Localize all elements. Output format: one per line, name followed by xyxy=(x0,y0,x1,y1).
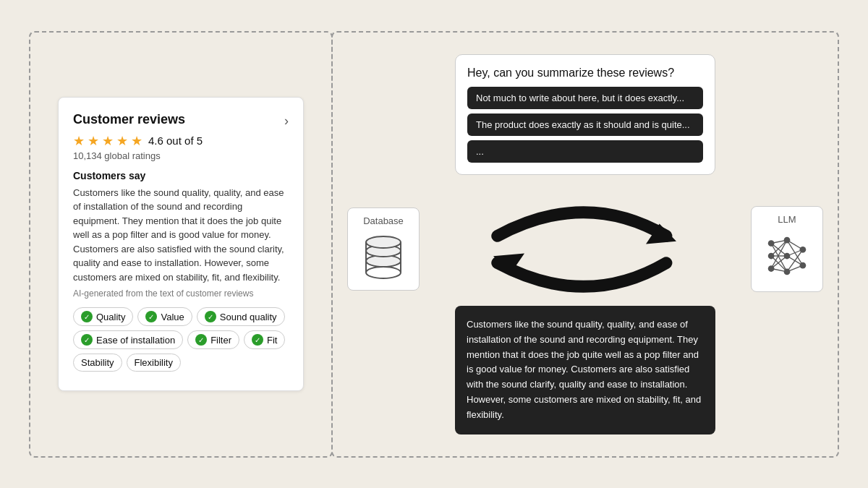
reviews-card-header: Customer reviews › xyxy=(73,112,289,129)
tag-flexibility-label: Flexibility xyxy=(135,357,173,368)
chat-question: Hey, can you summarize these reviews? xyxy=(467,67,703,80)
chevron-right-icon[interactable]: › xyxy=(284,114,289,129)
reviews-card: Customer reviews › ★ ★ ★ ★ ★ 4.6 out of … xyxy=(58,97,304,392)
check-icon: ✓ xyxy=(205,311,216,322)
reviews-title: Customer reviews xyxy=(73,112,185,127)
customers-say-text: Customers like the sound quality, qualit… xyxy=(73,186,289,285)
star-4: ★ xyxy=(116,133,128,149)
tag-flexibility[interactable]: Flexibility xyxy=(127,354,181,372)
svg-point-28 xyxy=(768,253,775,260)
database-title: Database xyxy=(358,215,409,226)
tag-sound-quality-label: Sound quality xyxy=(220,312,277,322)
check-icon: ✓ xyxy=(252,334,263,346)
tag-fit-label: Fit xyxy=(267,335,277,346)
check-icon: ✓ xyxy=(195,334,207,346)
database-icon xyxy=(358,232,409,283)
tag-stability[interactable]: Stability xyxy=(73,354,122,372)
star-half: ★ xyxy=(131,133,142,149)
llm-title: LLM xyxy=(762,214,812,225)
llm-box: LLM xyxy=(751,206,823,292)
chat-review-2: The product does exactly as it should an… xyxy=(467,114,703,136)
star-2: ★ xyxy=(88,133,99,149)
left-dashed-section: Customer reviews › ★ ★ ★ ★ ★ 4.6 out of … xyxy=(29,31,333,458)
tag-quality[interactable]: ✓ Quality xyxy=(73,307,133,326)
database-svg xyxy=(362,232,405,283)
tags-positive-row2: ✓ Ease of installation ✓ Filter ✓ Fit xyxy=(73,330,289,349)
tag-fit[interactable]: ✓ Fit xyxy=(244,330,285,349)
svg-point-30 xyxy=(784,237,791,244)
check-icon: ✓ xyxy=(145,311,157,322)
tags-neutral-row: Stability Flexibility xyxy=(73,354,289,372)
star-1: ★ xyxy=(73,133,85,149)
svg-point-9 xyxy=(366,236,401,248)
right-content: Hey, can you summarize these reviews? No… xyxy=(333,33,838,456)
arrows-middle xyxy=(420,192,751,307)
ai-generated-label: AI-generated from the text of customer r… xyxy=(73,288,289,299)
main-container: Customer reviews › ★ ★ ★ ★ ★ 4.6 out of … xyxy=(29,31,839,458)
customers-say-title: Customers say xyxy=(73,170,289,181)
rating-text: 4.6 out of 5 xyxy=(148,134,203,147)
tags-positive-row1: ✓ Quality ✓ Value ✓ Sound quality xyxy=(73,307,289,326)
right-dashed-section: Hey, can you summarize these reviews? No… xyxy=(331,31,839,458)
check-icon: ✓ xyxy=(81,311,93,322)
global-ratings: 10,134 global ratings xyxy=(73,150,289,161)
result-box: Customers like the sound quality, qualit… xyxy=(455,306,715,435)
star-3: ★ xyxy=(102,133,114,149)
tag-ease-installation[interactable]: ✓ Ease of installation xyxy=(73,330,183,349)
database-box: Database xyxy=(347,207,420,291)
svg-point-29 xyxy=(768,265,775,272)
tag-filter-label: Filter xyxy=(210,335,231,346)
llm-network-svg xyxy=(762,231,812,281)
tag-filter[interactable]: ✓ Filter xyxy=(187,330,239,349)
stars-row: ★ ★ ★ ★ ★ 4.6 out of 5 xyxy=(73,133,289,149)
tag-quality-label: Quality xyxy=(96,312,125,322)
chat-box: Hey, can you summarize these reviews? No… xyxy=(455,54,715,175)
tag-sound-quality[interactable]: ✓ Sound quality xyxy=(197,307,285,326)
svg-point-32 xyxy=(784,269,791,275)
chat-review-1: Not much to write about here, but it doe… xyxy=(467,87,703,109)
tag-value-label: Value xyxy=(161,312,184,322)
tag-ease-label: Ease of installation xyxy=(96,335,175,346)
svg-point-27 xyxy=(768,240,775,247)
tag-value[interactable]: ✓ Value xyxy=(137,307,192,326)
svg-point-34 xyxy=(800,262,807,269)
circular-arrows-svg xyxy=(484,192,686,307)
tag-stability-label: Stability xyxy=(81,357,114,368)
svg-point-31 xyxy=(784,253,791,260)
check-icon: ✓ xyxy=(81,334,93,346)
svg-point-33 xyxy=(800,247,807,253)
svg-point-0 xyxy=(366,267,401,278)
chat-review-3: ... xyxy=(467,140,703,163)
arrow-area: Database xyxy=(347,177,823,322)
